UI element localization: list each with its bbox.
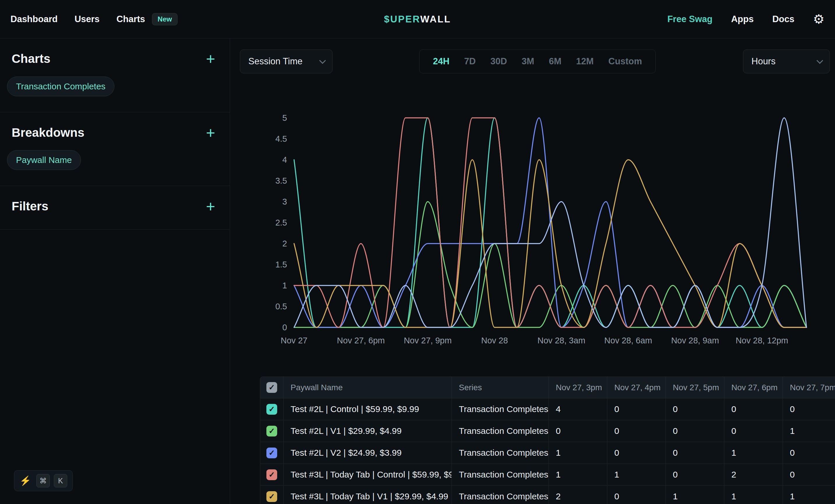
nav-item-users[interactable]: Users [75, 14, 100, 24]
value-cell: 0 [783, 398, 835, 420]
range-tab-6m[interactable]: 6M [549, 56, 561, 67]
value-cell: 1 [549, 442, 607, 464]
nav-item-free-swag[interactable]: Free Swag [667, 14, 712, 24]
lightning-icon: ⚡ [20, 476, 31, 485]
range-tab-custom[interactable]: Custom [609, 56, 642, 67]
value-cell: 0 [666, 420, 725, 442]
x-axis-tick: Nov 27, 6pm [337, 336, 385, 345]
range-tab-24h[interactable]: 24H [433, 56, 450, 67]
x-axis-tick: Nov 28, 12pm [736, 336, 789, 345]
paywall-name-cell: Test #2L | Control | $59.99, $9.99 [284, 398, 452, 420]
column-header-nov-27-3pm: Nov 27, 3pm [549, 377, 607, 398]
column-header-nov-27-5pm: Nov 27, 5pm [666, 377, 725, 398]
nav-item-label: Users [75, 14, 100, 24]
time-range-tabs: 24H7D30D3M6M12MCustom [419, 49, 656, 73]
breakdown-table: ✓Paywall NameSeriesNov 27, 3pmNov 27, 4p… [260, 377, 835, 504]
value-cell: 0 [666, 464, 725, 486]
value-cell: 0 [666, 442, 725, 464]
unit-select[interactable]: Hours [743, 49, 830, 73]
column-header-paywall-name: Paywall Name [284, 377, 452, 398]
value-cell: 2 [549, 486, 607, 504]
metric-select-value: Session Time [248, 56, 303, 67]
x-axis-tick: Nov 28, 3am [537, 336, 585, 345]
sidebar: Charts+Transaction CompletesBreakdowns+P… [0, 38, 230, 504]
value-cell: 0 [783, 464, 835, 486]
row-checkbox[interactable]: ✓ [266, 404, 277, 415]
keycap-k: K [54, 474, 67, 487]
sidebar-section-breakdowns: Breakdowns+Paywall Name [0, 112, 230, 186]
add-breakdowns-button[interactable]: + [203, 126, 218, 140]
y-axis-tick: 1.5 [276, 260, 287, 269]
logo-teal-part: $UPER [384, 14, 420, 24]
series-cell: Transaction Completes [452, 442, 549, 464]
metric-select[interactable]: Session Time [240, 49, 332, 73]
chip-paywall-name[interactable]: Paywall Name [7, 150, 81, 170]
row-checkbox-cell: ✓ [260, 398, 284, 420]
y-axis-tick: 2.5 [276, 218, 287, 227]
value-cell: 1 [783, 486, 835, 504]
range-tab-12m[interactable]: 12M [576, 56, 594, 67]
hotkey-keycaps: ⌘K [36, 474, 67, 487]
value-cell: 0 [666, 398, 725, 420]
chip-transaction-completes[interactable]: Transaction Completes [7, 77, 115, 96]
nav-item-apps[interactable]: Apps [731, 14, 754, 24]
value-cell: 1 [607, 464, 666, 486]
nav-item-dashboard[interactable]: Dashboard [11, 14, 58, 24]
logo-white-part: WALL [420, 14, 451, 24]
range-tab-7d[interactable]: 7D [464, 56, 476, 67]
row-checkbox-cell: ✓ [260, 464, 284, 486]
x-axis-tick: Nov 28, 6am [605, 336, 652, 345]
value-cell: 1 [549, 464, 607, 486]
column-header-nov-27-4pm: Nov 27, 4pm [607, 377, 666, 398]
paywall-name-cell: Test #3L | Today Tab | Control | $59.99,… [284, 464, 452, 486]
row-checkbox[interactable]: ✓ [266, 447, 277, 458]
dashboard-page: DashboardUsersChartsNew $UPERWALL Free S… [0, 0, 835, 504]
add-charts-button[interactable]: + [203, 52, 218, 66]
chip-row: Transaction Completes [7, 77, 218, 96]
nav-item-charts[interactable]: ChartsNew [117, 13, 178, 25]
value-cell: 1 [725, 486, 783, 504]
series-line-test-3l-today-tab-v2-24-99-3-99 [294, 118, 807, 328]
series-cell: Transaction Completes [452, 398, 549, 420]
select-all-checkbox[interactable]: ✓ [266, 382, 277, 393]
value-cell: 0 [607, 442, 666, 464]
section-title-breakdowns: Breakdowns [12, 126, 84, 140]
gear-icon[interactable]: ⚙ [813, 13, 824, 26]
row-checkbox[interactable]: ✓ [266, 491, 277, 502]
y-axis-tick: 1 [282, 281, 287, 290]
row-checkbox-cell: ✓ [260, 420, 284, 442]
y-axis-tick: 5 [282, 113, 287, 123]
y-axis-tick: 4 [282, 155, 287, 164]
value-cell: 0 [783, 442, 835, 464]
range-tab-30d[interactable]: 30D [490, 56, 507, 67]
x-axis-tick: Nov 27, 9pm [404, 336, 452, 345]
series-cell: Transaction Completes [452, 486, 549, 504]
row-checkbox-cell: ✓ [260, 442, 284, 464]
value-cell: 4 [549, 398, 607, 420]
value-cell: 0 [725, 420, 783, 442]
paywall-name-cell: Test #3L | Today Tab | V1 | $29.99, $4.9… [284, 486, 452, 504]
row-checkbox[interactable]: ✓ [266, 469, 277, 480]
x-axis-tick: Nov 27 [281, 336, 307, 345]
nav-item-docs[interactable]: Docs [772, 14, 795, 24]
superwall-logo: $UPERWALL [384, 14, 451, 25]
unit-select-value: Hours [751, 56, 776, 67]
paywall-name-cell: Test #2L | V1 | $29.99, $4.99 [284, 420, 452, 442]
range-tab-3m[interactable]: 3M [522, 56, 534, 67]
add-filters-button[interactable]: + [203, 199, 218, 214]
paywall-name-cell: Test #2L | V2 | $24.99, $3.99 [284, 442, 452, 464]
section-head: Filters+ [12, 199, 218, 214]
table-header-checkbox-cell: ✓ [260, 377, 284, 398]
y-axis-tick: 0.5 [276, 302, 287, 311]
chip-row: Paywall Name [7, 150, 218, 170]
value-cell: 1 [725, 442, 783, 464]
sidebar-sections: Charts+Transaction CompletesBreakdowns+P… [0, 38, 230, 230]
chevron-down-icon [319, 57, 326, 64]
value-cell: 0 [607, 420, 666, 442]
column-header-nov-27-7pm: Nov 27, 7pm [783, 377, 835, 398]
value-cell: 2 [725, 464, 783, 486]
section-title-charts: Charts [12, 52, 50, 66]
row-checkbox[interactable]: ✓ [266, 426, 277, 437]
sidebar-section-charts: Charts+Transaction Completes [0, 38, 230, 112]
chart-area: 00.511.522.533.544.55Nov 27Nov 27, 6pmNo… [250, 105, 821, 352]
